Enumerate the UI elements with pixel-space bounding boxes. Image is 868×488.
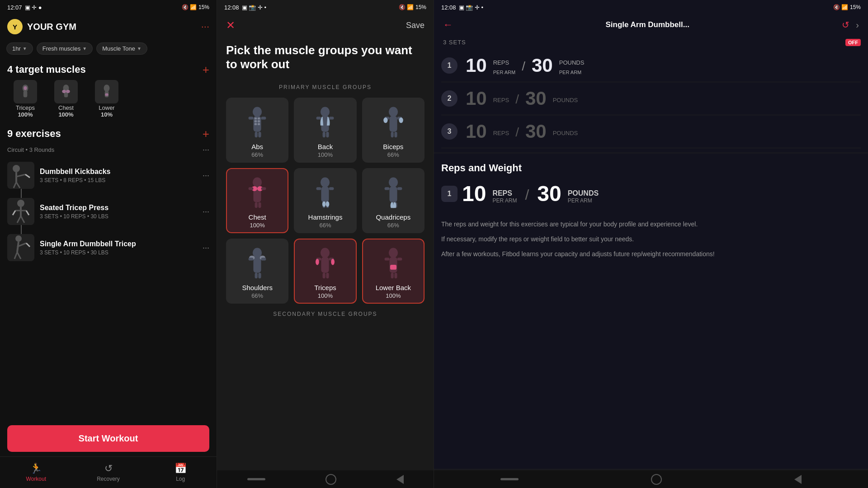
set-reps-3[interactable]: 10 [466, 121, 487, 142]
muscle-tile-biceps[interactable]: Biceps 66% [362, 98, 425, 163]
muscle-tile-pct-lower-back: 100% [386, 292, 401, 299]
android-recent-button-2[interactable] [247, 478, 265, 480]
circuit-header: Circuit • 3 Rounds ··· [0, 142, 217, 157]
svg-point-96 [389, 248, 398, 258]
set-number-1: 1 [441, 57, 458, 74]
rw-reps-unit: REPS PER ARM [492, 189, 517, 204]
rw-reps-value[interactable]: 10 [462, 181, 486, 206]
set-weight-1[interactable]: 30 [532, 55, 553, 76]
set-number-3: 3 [441, 123, 458, 140]
set-row-1[interactable]: 1 10 REPS PER ARM / 30 POUNDS PER ARM [441, 49, 861, 82]
menu-dots-button[interactable]: ··· [201, 21, 209, 33]
exercise-title: Single Arm Dumbbell... [605, 20, 689, 29]
muscle-tile-name-triceps-2: Triceps [314, 284, 336, 291]
muscle-tile-quadriceps[interactable]: Quadriceps 66% [362, 168, 425, 233]
status-icons-1: 🔇 📶 15% [182, 4, 209, 10]
muscle-tile-lower-back[interactable]: Lower Back 100% [362, 239, 425, 304]
svg-point-7 [104, 84, 110, 92]
circuit-menu-button[interactable]: ··· [203, 145, 209, 155]
add-muscle-button[interactable]: + [203, 64, 209, 75]
muscle-tile-hamstrings[interactable]: Hamstrings 66% [294, 168, 356, 233]
android-home-button-3[interactable] [651, 474, 662, 485]
save-button[interactable]: Save [406, 21, 425, 30]
filter-bar: 1hr ▼ Fresh muscles ▼ Muscle Tone ▼ [0, 39, 217, 58]
reps-weight-section: Reps and Weight 1 10 REPS PER ARM / 30 P… [434, 153, 868, 220]
muscle-pct-lower: 10% [101, 111, 113, 118]
rw-set-number: 1 [441, 186, 458, 202]
svg-point-66 [321, 178, 330, 188]
add-exercise-button[interactable]: + [203, 128, 209, 140]
svg-rect-57 [394, 132, 397, 137]
svg-rect-81 [254, 257, 261, 273]
modal-header: ✕ Save [217, 14, 434, 36]
forward-icon[interactable]: › [856, 20, 859, 30]
status-bar-1: 12:07 ▣ ✛ ● 🔇 📶 15% [0, 0, 217, 14]
muscle-tile-pct-abs: 66% [251, 151, 263, 158]
android-back-button-3[interactable] [794, 475, 802, 484]
rw-weight-unit: POUNDS PER ARM [568, 189, 599, 204]
android-recent-button-3[interactable] [500, 478, 519, 480]
svg-rect-37 [258, 120, 260, 122]
muscle-tile-shoulders[interactable]: Shoulders 66% [226, 239, 288, 304]
muscle-tile-abs[interactable]: Abs 66% [226, 98, 288, 163]
svg-rect-47 [329, 117, 334, 120]
tone-filter-chip[interactable]: Muscle Tone ▼ [96, 42, 147, 55]
android-home-button-2[interactable] [326, 474, 336, 485]
nav-item-workout[interactable]: 🏃 Workout [0, 457, 72, 488]
back-button[interactable]: ← [443, 19, 453, 31]
triceps-icon [14, 80, 37, 103]
start-workout-button[interactable]: Start Workout [7, 425, 209, 452]
target-muscles-title: 4 target muscles [7, 64, 86, 75]
svg-rect-51 [389, 116, 397, 132]
set-reps-1[interactable]: 10 [466, 55, 487, 76]
muscle-pct-triceps: 100% [18, 111, 33, 118]
timer-icon[interactable]: ↺ [842, 19, 849, 30]
muscle-card-chest[interactable]: Chest 100% [48, 80, 84, 118]
muscle-tile-triceps[interactable]: Triceps 100% [294, 239, 356, 304]
muscle-card-lower[interactable]: Lower 10% [89, 80, 125, 118]
set-row-2[interactable]: 2 10 REPS / 30 POUNDS [441, 82, 861, 115]
svg-rect-75 [389, 187, 397, 202]
svg-point-91 [316, 259, 319, 265]
svg-rect-95 [326, 273, 329, 278]
set-reps-2[interactable]: 10 [466, 88, 487, 109]
nav-item-log[interactable]: 📅 Log [144, 457, 217, 488]
svg-rect-39 [258, 123, 260, 126]
exercise-menu-single-arm[interactable]: ··· [203, 243, 209, 253]
lower-icon [95, 80, 118, 103]
svg-rect-101 [391, 273, 393, 278]
abs-figure-icon [239, 104, 275, 140]
time-filter-chip[interactable]: 1hr ▼ [6, 42, 33, 55]
muscle-tile-name-abs: Abs [251, 143, 263, 150]
muscle-name-chest: Chest [58, 104, 74, 111]
muscle-tile-chest[interactable]: Chest 100% [226, 168, 288, 233]
svg-point-44 [321, 107, 330, 117]
muscle-tile-pct-triceps-2: 100% [318, 292, 333, 299]
freshness-filter-chip[interactable]: Fresh muscles ▼ [37, 42, 93, 55]
set-row-3[interactable]: 3 10 REPS / 30 POUNDS [441, 115, 861, 148]
exercises-header: 9 exercises + [0, 122, 217, 142]
close-button[interactable]: ✕ [226, 19, 235, 32]
exercise-menu-tricep-press[interactable]: ··· [203, 207, 209, 216]
exercise-menu-kickbacks[interactable]: ··· [203, 171, 209, 180]
set-weight-2[interactable]: 30 [525, 88, 547, 109]
back-figure-icon [307, 104, 343, 140]
rw-weight-value[interactable]: 30 [537, 181, 561, 206]
svg-rect-56 [391, 132, 393, 137]
muscle-tile-back[interactable]: Back 100% [294, 98, 356, 163]
set-weight-3[interactable]: 30 [525, 121, 547, 142]
exercise-item-kickbacks: Dumbbell Kickbacks 3 SETS • 8 REPS • 15 … [0, 157, 217, 193]
muscle-card-triceps[interactable]: Triceps 100% [7, 80, 43, 118]
muscle-row: Triceps 100% Chest 100% [0, 78, 217, 122]
nav-item-recovery[interactable]: ↺ Recovery [72, 457, 145, 488]
svg-rect-77 [397, 188, 402, 190]
svg-point-71 [322, 202, 326, 207]
svg-point-6 [66, 90, 70, 93]
muscle-tile-name-biceps: Biceps [383, 143, 403, 150]
panel-workout: 12:07 ▣ ✛ ● 🔇 📶 15% Y YOUR GYM ··· 1hr ▼… [0, 0, 217, 488]
svg-point-5 [62, 90, 66, 93]
svg-rect-49 [326, 132, 329, 137]
secondary-section-label: SECONDARY MUSCLE GROUPS [217, 307, 434, 321]
svg-rect-67 [321, 187, 329, 202]
android-back-button-2[interactable] [396, 475, 404, 484]
